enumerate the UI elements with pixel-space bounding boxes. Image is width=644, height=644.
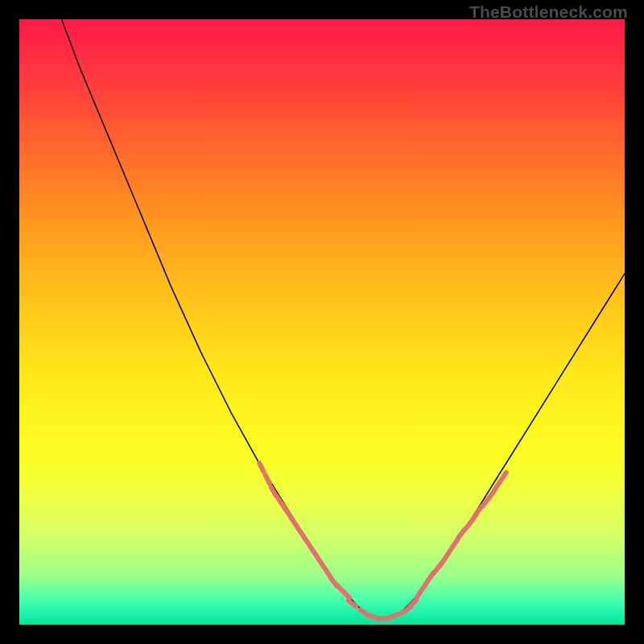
curve-marker bbox=[423, 581, 428, 589]
curve-marker bbox=[447, 548, 452, 556]
curve-marker bbox=[295, 524, 301, 532]
curve-marker bbox=[349, 601, 357, 606]
curve-marker bbox=[416, 590, 422, 598]
curve-marker bbox=[289, 514, 295, 522]
curve-marker bbox=[471, 515, 477, 523]
curve-marker bbox=[390, 614, 399, 617]
curve-marker bbox=[308, 542, 313, 550]
curve-marker bbox=[489, 490, 494, 498]
curve-marker bbox=[452, 539, 458, 547]
curve-marker bbox=[343, 591, 350, 597]
curve-marker bbox=[325, 569, 331, 577]
curve-marker bbox=[320, 560, 325, 568]
curve-marker bbox=[501, 473, 506, 481]
curve-marker bbox=[495, 481, 501, 489]
bottleneck-chart bbox=[19, 19, 625, 625]
curve-marker-group bbox=[259, 463, 506, 618]
curve-marker bbox=[301, 533, 307, 541]
curve-marker bbox=[259, 463, 263, 472]
curve-marker bbox=[366, 614, 375, 617]
curve-marker bbox=[440, 557, 446, 565]
curve-marker bbox=[277, 497, 283, 505]
curve-marker bbox=[283, 506, 289, 514]
curve-marker bbox=[410, 600, 416, 607]
curve-marker bbox=[266, 475, 270, 484]
curve-marker bbox=[313, 551, 319, 559]
bottleneck-curve-line bbox=[62, 19, 625, 619]
